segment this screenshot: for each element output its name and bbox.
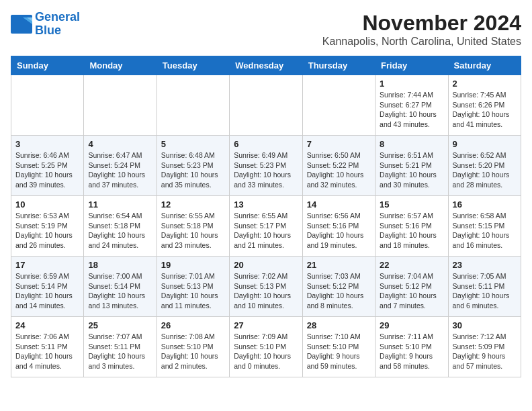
calendar-cell: 2Sunrise: 7:45 AM Sunset: 6:26 PM Daylig… — [448, 75, 521, 136]
day-info: Sunrise: 6:55 AM Sunset: 5:18 PM Dayligh… — [161, 211, 225, 250]
calendar-cell: 17Sunrise: 6:59 AM Sunset: 5:14 PM Dayli… — [11, 257, 84, 317]
logo-blue: Blue — [35, 24, 61, 37]
day-info: Sunrise: 7:04 AM Sunset: 5:12 PM Dayligh… — [380, 271, 443, 311]
calendar-cell: 23Sunrise: 7:05 AM Sunset: 5:11 PM Dayli… — [448, 257, 521, 317]
day-number: 13 — [234, 199, 298, 210]
calendar-cell: 5Sunrise: 6:48 AM Sunset: 5:23 PM Daylig… — [157, 136, 229, 196]
logo: General Blue — [11, 11, 80, 38]
calendar-cell: 27Sunrise: 7:09 AM Sunset: 5:10 PM Dayli… — [230, 317, 302, 377]
day-number: 16 — [453, 199, 517, 210]
logo-general: General — [35, 10, 80, 24]
day-number: 14 — [307, 199, 371, 210]
page-title: November 2024 — [322, 11, 521, 36]
calendar-week-3: 10Sunrise: 6:53 AM Sunset: 5:19 PM Dayli… — [11, 196, 521, 257]
header-day-wednesday: Wednesday — [230, 56, 302, 75]
day-number: 15 — [380, 199, 443, 210]
calendar-cell — [302, 75, 375, 136]
calendar-cell: 15Sunrise: 6:57 AM Sunset: 5:16 PM Dayli… — [375, 196, 448, 257]
calendar-cell: 16Sunrise: 6:58 AM Sunset: 5:15 PM Dayli… — [448, 196, 521, 257]
day-info: Sunrise: 7:03 AM Sunset: 5:12 PM Dayligh… — [307, 271, 371, 311]
calendar-cell: 25Sunrise: 7:07 AM Sunset: 5:11 PM Dayli… — [84, 317, 157, 377]
day-info: Sunrise: 7:05 AM Sunset: 5:11 PM Dayligh… — [453, 271, 517, 311]
calendar-table: SundayMondayTuesdayWednesdayThursdayFrid… — [11, 56, 521, 377]
calendar-cell: 12Sunrise: 6:55 AM Sunset: 5:18 PM Dayli… — [157, 196, 229, 257]
day-number: 24 — [15, 320, 79, 330]
day-info: Sunrise: 6:47 AM Sunset: 5:24 PM Dayligh… — [88, 150, 152, 190]
day-info: Sunrise: 7:45 AM Sunset: 6:26 PM Dayligh… — [453, 90, 517, 130]
day-info: Sunrise: 7:08 AM Sunset: 5:10 PM Dayligh… — [161, 332, 225, 371]
day-number: 6 — [234, 139, 298, 149]
day-number: 21 — [307, 260, 371, 270]
calendar-cell: 22Sunrise: 7:04 AM Sunset: 5:12 PM Dayli… — [375, 257, 448, 317]
day-number: 12 — [161, 199, 225, 210]
day-info: Sunrise: 7:02 AM Sunset: 5:13 PM Dayligh… — [234, 271, 298, 311]
day-info: Sunrise: 6:48 AM Sunset: 5:23 PM Dayligh… — [161, 150, 225, 190]
page-header: General Blue November 2024 Kannapolis, N… — [11, 11, 521, 48]
day-number: 22 — [380, 260, 443, 270]
calendar-cell: 30Sunrise: 7:12 AM Sunset: 5:09 PM Dayli… — [448, 317, 521, 377]
day-number: 19 — [161, 260, 225, 270]
day-info: Sunrise: 6:49 AM Sunset: 5:23 PM Dayligh… — [234, 150, 298, 190]
calendar-week-5: 24Sunrise: 7:06 AM Sunset: 5:11 PM Dayli… — [11, 317, 521, 377]
calendar-cell: 6Sunrise: 6:49 AM Sunset: 5:23 PM Daylig… — [230, 136, 302, 196]
calendar-cell: 3Sunrise: 6:46 AM Sunset: 5:25 PM Daylig… — [11, 136, 84, 196]
day-number: 4 — [88, 139, 152, 149]
day-info: Sunrise: 7:44 AM Sunset: 6:27 PM Dayligh… — [380, 90, 443, 130]
header-day-saturday: Saturday — [448, 56, 521, 75]
calendar-cell — [230, 75, 302, 136]
day-number: 8 — [380, 139, 443, 149]
day-number: 7 — [307, 139, 371, 149]
logo-text: General Blue — [35, 11, 80, 38]
calendar-cell — [157, 75, 229, 136]
calendar-cell: 11Sunrise: 6:54 AM Sunset: 5:18 PM Dayli… — [84, 196, 157, 257]
title-block: November 2024 Kannapolis, North Carolina… — [322, 11, 521, 48]
day-info: Sunrise: 7:10 AM Sunset: 5:10 PM Dayligh… — [307, 332, 371, 371]
calendar-cell: 4Sunrise: 6:47 AM Sunset: 5:24 PM Daylig… — [84, 136, 157, 196]
day-number: 9 — [453, 139, 517, 149]
header-row: SundayMondayTuesdayWednesdayThursdayFrid… — [11, 56, 521, 75]
day-number: 23 — [453, 260, 517, 270]
calendar-header: SundayMondayTuesdayWednesdayThursdayFrid… — [11, 56, 521, 75]
day-info: Sunrise: 6:54 AM Sunset: 5:18 PM Dayligh… — [88, 211, 152, 250]
day-info: Sunrise: 7:06 AM Sunset: 5:11 PM Dayligh… — [15, 332, 79, 371]
day-info: Sunrise: 6:46 AM Sunset: 5:25 PM Dayligh… — [15, 150, 79, 190]
day-number: 29 — [380, 320, 443, 330]
day-number: 28 — [307, 320, 371, 330]
calendar-cell: 29Sunrise: 7:11 AM Sunset: 5:10 PM Dayli… — [375, 317, 448, 377]
day-number: 2 — [453, 79, 517, 89]
calendar-cell: 7Sunrise: 6:50 AM Sunset: 5:22 PM Daylig… — [302, 136, 375, 196]
day-number: 3 — [15, 139, 79, 149]
day-info: Sunrise: 7:00 AM Sunset: 5:14 PM Dayligh… — [88, 271, 152, 311]
day-number: 26 — [161, 320, 225, 330]
header-day-tuesday: Tuesday — [157, 56, 229, 75]
calendar-cell — [11, 75, 84, 136]
calendar-cell: 28Sunrise: 7:10 AM Sunset: 5:10 PM Dayli… — [302, 317, 375, 377]
header-day-monday: Monday — [84, 56, 157, 75]
day-info: Sunrise: 7:11 AM Sunset: 5:10 PM Dayligh… — [380, 332, 443, 371]
header-day-friday: Friday — [375, 56, 448, 75]
day-number: 10 — [15, 199, 79, 210]
day-info: Sunrise: 7:12 AM Sunset: 5:09 PM Dayligh… — [453, 332, 517, 371]
logo-icon — [11, 15, 32, 34]
day-number: 27 — [234, 320, 298, 330]
calendar-cell: 13Sunrise: 6:55 AM Sunset: 5:17 PM Dayli… — [230, 196, 302, 257]
calendar-cell: 14Sunrise: 6:56 AM Sunset: 5:16 PM Dayli… — [302, 196, 375, 257]
day-info: Sunrise: 6:51 AM Sunset: 5:21 PM Dayligh… — [380, 150, 443, 190]
day-number: 1 — [380, 79, 443, 89]
day-number: 18 — [88, 260, 152, 270]
day-info: Sunrise: 6:52 AM Sunset: 5:20 PM Dayligh… — [453, 150, 517, 190]
calendar-cell: 19Sunrise: 7:01 AM Sunset: 5:13 PM Dayli… — [157, 257, 229, 317]
calendar-cell: 21Sunrise: 7:03 AM Sunset: 5:12 PM Dayli… — [302, 257, 375, 317]
calendar-cell: 18Sunrise: 7:00 AM Sunset: 5:14 PM Dayli… — [84, 257, 157, 317]
day-info: Sunrise: 7:07 AM Sunset: 5:11 PM Dayligh… — [88, 332, 152, 371]
day-info: Sunrise: 6:56 AM Sunset: 5:16 PM Dayligh… — [307, 211, 371, 250]
day-info: Sunrise: 6:58 AM Sunset: 5:15 PM Dayligh… — [453, 211, 517, 250]
calendar-cell — [84, 75, 157, 136]
header-day-thursday: Thursday — [302, 56, 375, 75]
day-number: 5 — [161, 139, 225, 149]
calendar-week-1: 1Sunrise: 7:44 AM Sunset: 6:27 PM Daylig… — [11, 75, 521, 136]
calendar-cell: 1Sunrise: 7:44 AM Sunset: 6:27 PM Daylig… — [375, 75, 448, 136]
day-number: 25 — [88, 320, 152, 330]
day-number: 17 — [15, 260, 79, 270]
day-info: Sunrise: 6:59 AM Sunset: 5:14 PM Dayligh… — [15, 271, 79, 311]
